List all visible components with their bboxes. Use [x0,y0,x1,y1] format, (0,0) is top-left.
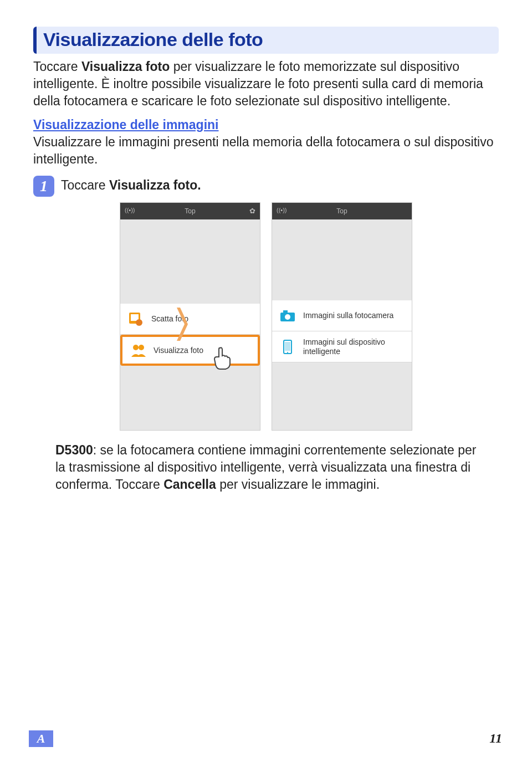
intro-paragraph: Toccare Visualizza foto per visualizzare… [33,58,499,110]
svg-point-3 [133,345,139,350]
step-number-badge: 1 [33,176,54,197]
phone-right-body: Immagini sulla fotocamera Immagini sul d… [272,219,412,430]
section-title: Visualizzazione delle foto [43,29,492,50]
step-bold: Visualizza foto. [109,178,201,192]
section-title-box: Visualizzazione delle foto [33,27,499,54]
intro-bold: Visualizza foto [81,59,170,74]
step-before: Toccare [61,178,109,192]
note-bold2: Cancella [163,477,216,492]
wifi-icon: ((•)) [125,207,135,213]
screenshots-container: ((•)) Top ✿ Scatta foto [33,202,499,431]
svg-rect-6 [283,310,288,314]
footer-section-letter: A [29,730,53,747]
smartphone-icon [278,337,298,357]
wifi-icon: ((•)) [277,207,287,213]
phone-right-topbar: ((•)) Top [272,203,412,219]
pointer-hand-icon [210,345,236,370]
menu-item-img-camera[interactable]: Immagini sulla fotocamera [272,300,412,331]
gear-icon: ✿ [249,207,255,215]
phone-right: ((•)) Top Immagini sulla fotocamera [272,202,412,431]
note-bold1: D5300 [55,443,93,457]
phone-left-menu: Scatta foto Visualizza foto [120,304,260,366]
menu-item-img-device[interactable]: Immagini sul dispositivo intelligente [272,331,412,362]
step-row: 1 Toccare Visualizza foto. [33,176,499,197]
camera-icon [278,306,298,326]
transition-arrow-icon [177,308,188,341]
sub-body: Visualizzare le immagini presenti nella … [33,134,499,168]
people-icon [128,340,148,360]
phone-left-topbar: ((•)) Top ✿ [120,203,260,219]
page-footer: A 11 [0,727,532,747]
menu-label-scatta: Scatta foto [151,314,254,324]
phone-left-title: Top [185,207,195,215]
svg-point-2 [136,319,142,326]
note-end: per visualizzare le immagini. [216,477,380,492]
intro-before: Toccare [33,59,81,74]
menu-item-visualizza[interactable]: Visualizza foto [120,335,260,366]
menu-label-visualizza: Visualizza foto [154,346,252,355]
phone-right-menu: Immagini sulla fotocamera Immagini sul d… [272,300,412,362]
menu-label-img-device: Immagini sul dispositivo intelligente [303,337,406,356]
phone-left: ((•)) Top ✿ Scatta foto [120,202,260,431]
svg-point-4 [139,345,144,350]
footer-page-number: 11 [489,731,502,746]
sub-heading: Visualizzazione delle immagini [33,117,499,132]
phone-right-title: Top [336,207,347,215]
menu-label-img-camera: Immagini sulla fotocamera [303,311,406,320]
camera-touch-icon [126,309,146,329]
menu-item-scatta[interactable]: Scatta foto [120,304,260,335]
svg-point-7 [285,314,290,320]
note-paragraph: D5300: se la fotocamera contiene immagin… [55,442,477,493]
phone-left-body: Scatta foto Visualizza foto [120,219,260,430]
svg-point-10 [287,352,288,353]
svg-rect-9 [285,342,290,351]
step-text: Toccare Visualizza foto. [61,176,201,193]
